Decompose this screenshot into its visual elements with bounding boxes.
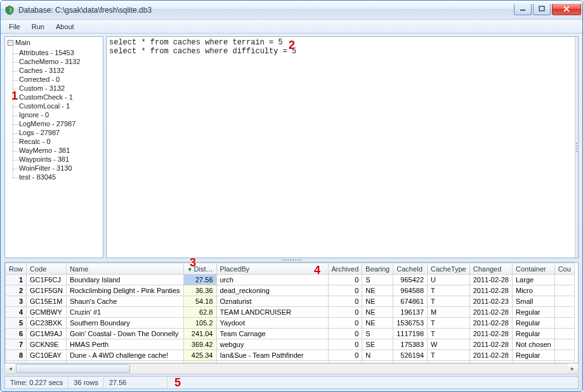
- cell[interactable]: 2011-02-28: [469, 339, 512, 350]
- cell[interactable]: 7: [6, 339, 27, 350]
- cell[interactable]: 369.42: [183, 339, 216, 350]
- cell[interactable]: webguy: [216, 339, 328, 350]
- cell[interactable]: 526194: [393, 350, 428, 361]
- cell[interactable]: 1117198: [393, 329, 428, 339]
- cell[interactable]: NE: [362, 307, 393, 318]
- cell[interactable]: [554, 275, 574, 285]
- cell[interactable]: NE: [362, 285, 393, 296]
- results-grid[interactable]: Row Code Name ▼Dist… PlacedBy Archived B…: [4, 262, 579, 363]
- cell[interactable]: 2011-02-28: [469, 285, 512, 296]
- cell[interactable]: Rockclimbing Delight - Pink Panties: [66, 285, 183, 296]
- col-container[interactable]: Container: [512, 263, 554, 275]
- tree-item[interactable]: WoinFilter - 3130: [19, 164, 100, 173]
- cell[interactable]: 2011-02-28: [469, 275, 512, 285]
- cell[interactable]: Regular: [512, 318, 554, 329]
- col-bearing[interactable]: Bearing: [362, 263, 393, 275]
- cell[interactable]: Oznaturist: [216, 296, 328, 307]
- col-placedby[interactable]: PlacedBy: [216, 263, 328, 275]
- cell[interactable]: T: [428, 350, 470, 361]
- cell[interactable]: 4: [6, 307, 27, 318]
- cell[interactable]: S: [362, 329, 393, 339]
- cell[interactable]: Boundary Island: [66, 275, 183, 285]
- table-tree[interactable]: − Main Attributes - 15453CacheMemo - 313…: [4, 36, 103, 258]
- table-row[interactable]: 6GC1M9AJGoin' Coastal - Down The Donnell…: [6, 329, 575, 339]
- tree-item[interactable]: LogMemo - 27987: [19, 119, 100, 128]
- cell[interactable]: 5: [6, 318, 27, 329]
- cell[interactable]: 425.34: [183, 350, 216, 361]
- cell[interactable]: 2011-02-23: [469, 296, 512, 307]
- cell[interactable]: Regular: [512, 307, 554, 318]
- cell[interactable]: SE: [362, 339, 393, 350]
- cell[interactable]: N: [362, 350, 393, 361]
- cell[interactable]: Ian&Sue - Team Pathfinder: [216, 350, 328, 361]
- cell[interactable]: 0: [328, 275, 362, 285]
- tree-item[interactable]: Attributes - 15453: [19, 48, 100, 57]
- cell[interactable]: 2011-02-28: [469, 350, 512, 361]
- cell[interactable]: [554, 329, 574, 339]
- col-name[interactable]: Name: [66, 263, 183, 275]
- cell[interactable]: 36.36: [183, 285, 216, 296]
- cell[interactable]: 175383: [393, 339, 428, 350]
- sql-resize-handle[interactable]: [575, 37, 578, 258]
- cell[interactable]: M: [428, 307, 470, 318]
- tree-item[interactable]: Caches - 3132: [19, 66, 100, 75]
- cell[interactable]: [554, 285, 574, 296]
- tree-item[interactable]: test - 83045: [19, 173, 100, 181]
- cell[interactable]: 105.2: [183, 318, 216, 329]
- cell[interactable]: NE: [362, 296, 393, 307]
- cell[interactable]: GC1M9AJ: [27, 329, 67, 339]
- tree-root[interactable]: − Main: [8, 38, 102, 47]
- cell[interactable]: HMAS Perth: [66, 339, 183, 350]
- cell[interactable]: GC1F5GN: [27, 285, 67, 296]
- table-row[interactable]: 5GC23BXKSouthern Boundary105.2Yaydoot0NE…: [6, 318, 575, 329]
- col-cachetype[interactable]: CacheType: [428, 263, 470, 275]
- tree-item[interactable]: Custom - 3132: [19, 84, 100, 93]
- menu-run[interactable]: Run: [26, 20, 50, 33]
- cell[interactable]: T: [428, 285, 470, 296]
- cell[interactable]: Cruzin' #1: [66, 307, 183, 318]
- cell[interactable]: Regular: [512, 350, 554, 361]
- cell[interactable]: Yaydoot: [216, 318, 328, 329]
- collapse-icon[interactable]: −: [8, 40, 13, 46]
- tree-item[interactable]: CacheMemo - 3132: [19, 57, 100, 66]
- grid-h-scrollbar[interactable]: ◄ ►: [4, 363, 579, 374]
- cell[interactable]: [554, 339, 574, 350]
- close-button[interactable]: [552, 4, 581, 15]
- cell[interactable]: 62.8: [183, 307, 216, 318]
- cell[interactable]: Not chosen: [512, 339, 554, 350]
- cell[interactable]: 2011-02-28: [469, 329, 512, 339]
- cell[interactable]: 1: [6, 275, 27, 285]
- maximize-button[interactable]: [533, 4, 551, 15]
- cell[interactable]: 8: [6, 350, 27, 361]
- table-row[interactable]: 4GCMBWYCruzin' #162.8TEAM LANDCRUISER0NE…: [6, 307, 575, 318]
- col-changed[interactable]: Changed: [469, 263, 512, 275]
- scroll-thumb[interactable]: [16, 364, 130, 373]
- cell[interactable]: [554, 318, 574, 329]
- cell[interactable]: Large: [512, 275, 554, 285]
- cell[interactable]: Small: [512, 296, 554, 307]
- cell[interactable]: [554, 350, 574, 361]
- tree-item[interactable]: Corrected - 0: [19, 75, 100, 84]
- tree-item[interactable]: CustomCheck - 1: [19, 93, 100, 101]
- cell[interactable]: 2011-02-28: [469, 318, 512, 329]
- cell[interactable]: 965422: [393, 275, 428, 285]
- col-dist[interactable]: ▼Dist…: [183, 263, 216, 275]
- minimize-button[interactable]: [514, 4, 532, 15]
- cell[interactable]: 0: [328, 318, 362, 329]
- cell[interactable]: Micro: [512, 285, 554, 296]
- scroll-right-icon[interactable]: ►: [567, 363, 578, 374]
- cell[interactable]: TEAM LANDCRUISER: [216, 307, 328, 318]
- cell[interactable]: W: [428, 339, 470, 350]
- cell[interactable]: 54.18: [183, 296, 216, 307]
- cell[interactable]: Southern Boundary: [66, 318, 183, 329]
- cell[interactable]: GCKN9E: [27, 339, 67, 350]
- cell[interactable]: T: [428, 296, 470, 307]
- cell[interactable]: 0: [328, 307, 362, 318]
- cell[interactable]: GC15E1M: [27, 296, 67, 307]
- table-row[interactable]: 7GCKN9EHMAS Perth369.42webguy0SE175383W2…: [6, 339, 575, 350]
- cell[interactable]: 6: [6, 329, 27, 339]
- cell[interactable]: GC23BXK: [27, 318, 67, 329]
- table-row[interactable]: 1GC1F6CJBoundary Island27.56urch0S965422…: [6, 275, 575, 285]
- tree-item[interactable]: Logs - 27987: [19, 128, 100, 137]
- scroll-left-icon[interactable]: ◄: [5, 363, 16, 374]
